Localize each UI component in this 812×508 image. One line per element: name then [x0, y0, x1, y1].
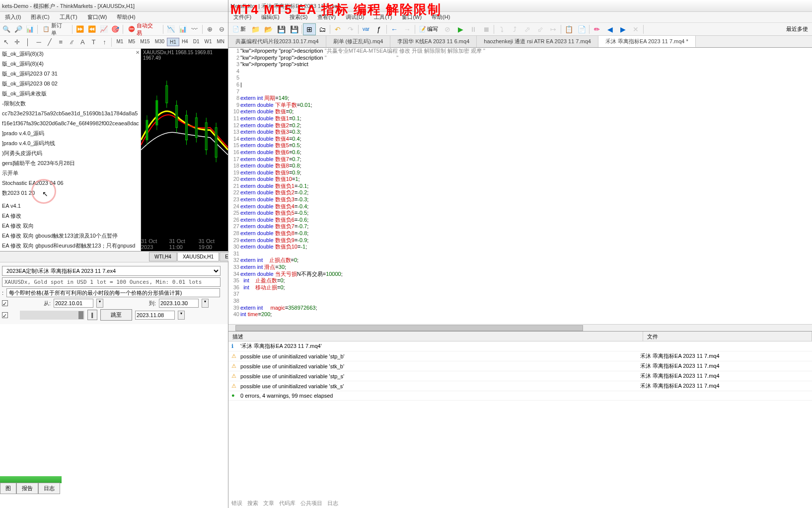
zoom-out-icon[interactable]: 🔎	[13, 24, 24, 35]
zoom-plus-icon[interactable]: ⊕	[205, 24, 216, 35]
tf-MN[interactable]: MN	[214, 38, 227, 46]
label-icon[interactable]: T	[88, 37, 98, 48]
compile-stop-icon[interactable]: ⊘	[441, 23, 454, 35]
trend-icon[interactable]: ╱	[45, 37, 55, 48]
redo-icon[interactable]: ↷	[344, 23, 357, 35]
btab-search[interactable]: 搜索	[247, 500, 258, 507]
navigator-list[interactable]: ✕ 版_ok_源码(8)(3)版_ok_源码(8)(4)版_ok_源码2023 …	[0, 49, 141, 251]
text-icon[interactable]: A	[77, 37, 87, 48]
nav-item[interactable]: EA 修改 双向 gbpusd和eurusd都触发123都10个点暂停的	[0, 251, 141, 251]
window-icon[interactable]: ⊞	[303, 23, 316, 35]
close-icon[interactable]: ✕	[136, 50, 140, 55]
tab-file4[interactable]: haozhenkeji 通道 rsi ATR EA 2023 11 7.mq4	[477, 36, 598, 47]
error-row[interactable]: ●0 errors, 4 warnings, 99 msec elapsed	[228, 391, 812, 401]
nav-item[interactable]: EA 修改 双向 gbpusd和eurusd都触发123；只有gnpusd	[0, 241, 141, 251]
jump-date-input[interactable]	[135, 311, 175, 320]
btab-report[interactable]: 报告	[16, 483, 38, 494]
saveall-icon[interactable]: 💾	[288, 23, 300, 35]
tab-file5[interactable]: 禾沐 乖离指标EA 2023 11 7.mq4 *	[598, 36, 696, 47]
bookmark-next-icon[interactable]: ▶	[616, 23, 629, 35]
nav-item[interactable]: f16e1f367fa39c3020d6a8c74e_66f49982f002c…	[0, 118, 141, 128]
bookmark-clear-icon[interactable]: ✕	[629, 23, 642, 35]
tester-ea-select[interactable]: 2023EA定制\禾沐 乖离指标EA 2023 11 7.ex4	[2, 266, 221, 276]
tf-M1[interactable]: M1	[114, 38, 126, 46]
error-row[interactable]: ⚠possible use of uninitialized variable …	[228, 361, 812, 371]
bookmark-prev-icon[interactable]: ◀	[603, 23, 616, 35]
tf-M30[interactable]: M30	[152, 38, 167, 46]
tab-xauusd[interactable]: XAUUSDx,H1	[177, 252, 219, 261]
nav-item[interactable]: 版_ok_源码2023 08 02	[0, 79, 141, 88]
date-checkbox[interactable]: ✓	[2, 300, 8, 306]
new-order-button[interactable]: 📋 新订单	[40, 22, 70, 37]
nav-item[interactable]: 示开单	[0, 168, 141, 178]
btab-errors[interactable]: 错误	[231, 500, 242, 507]
candles-icon[interactable]: 📊	[24, 24, 35, 35]
btab-articles[interactable]: 文章	[263, 500, 274, 507]
step1-icon[interactable]: ⤵	[495, 23, 508, 35]
step4-icon[interactable]: ⬃	[534, 23, 547, 35]
hscrollbar[interactable]	[228, 324, 812, 331]
tester-symbol-input[interactable]	[2, 277, 221, 287]
func-icon[interactable]: ƒ	[372, 23, 385, 35]
to-date-input[interactable]	[159, 299, 199, 308]
run-icon[interactable]: ▶	[454, 23, 467, 35]
btab-codebase[interactable]: 代码库	[279, 500, 295, 507]
nav-icon[interactable]: 🗂	[316, 23, 329, 35]
nav-item[interactable]: 版_ok_源码未改版	[0, 88, 141, 98]
btab-log[interactable]: 日志	[327, 500, 338, 507]
nav-item[interactable]: cc7b23e29321a75a92cb5ae31d_51690b13a1784…	[0, 108, 141, 118]
jump-date-spinner[interactable]: ▾	[178, 311, 185, 320]
err-col-file[interactable]: 文件	[643, 332, 812, 341]
shift-icon[interactable]: ⏪	[86, 24, 97, 35]
menu-tools[interactable]: 工具(T)	[55, 12, 82, 22]
tab-file1[interactable]: 共赢编程代码片段2023.10.17.mq4	[228, 36, 326, 47]
step3-icon[interactable]: ⬀	[521, 23, 534, 35]
crosshair-icon[interactable]: ✛	[12, 37, 22, 48]
error-row[interactable]: ⚠possible use of uninitialized variable …	[228, 381, 812, 391]
btab-public[interactable]: 公共项目	[300, 500, 322, 507]
paste-icon[interactable]: 📄	[575, 23, 588, 35]
error-row[interactable]: ⚠possible use of uninitialized variable …	[228, 371, 812, 381]
nav-item[interactable]: ]prado v.4.0_源码均线	[0, 138, 141, 148]
nav-item[interactable]: )阿勇头皮源代码	[0, 148, 141, 158]
tf-W1[interactable]: W1	[202, 38, 214, 46]
nav-item[interactable]: EA 修改	[0, 211, 141, 221]
forward-icon[interactable]: →	[401, 23, 414, 35]
error-row[interactable]: ℹ'禾沐 乖离指标EA 2023 11 7.mq4'	[228, 341, 812, 351]
nav-item[interactable]: EA 修改 双向 gbousd触发123波浪及10个点暂停	[0, 231, 141, 241]
nav-item[interactable]: 版_ok_源码(8)(3)	[0, 49, 141, 59]
menu-window[interactable]: 窗口(W)	[82, 12, 112, 22]
btab-chart[interactable]: 图	[0, 483, 16, 494]
speed-slider[interactable]	[20, 311, 84, 320]
back-icon[interactable]: ←	[388, 23, 401, 35]
zoom-in-icon[interactable]: 🔍	[1, 24, 12, 35]
chart-type3-icon[interactable]: 〰	[189, 24, 200, 35]
nav-item[interactable]: EA v4.1	[0, 201, 141, 211]
stop-icon[interactable]: ⏹	[480, 23, 493, 35]
nav-item[interactable]: 版_ok_源码(8)(4)	[0, 59, 141, 69]
marker-icon[interactable]: ✏	[591, 23, 603, 35]
pause-icon[interactable]: ⏸	[467, 23, 480, 35]
menu-insert[interactable]: 插入(I)	[0, 12, 26, 22]
tf-M15[interactable]: M15	[138, 38, 152, 46]
auto-trade-button[interactable]: ⛔ 自动交易	[125, 22, 161, 37]
btab-log[interactable]: 日志	[38, 483, 60, 494]
cursor-icon[interactable]: ↖	[1, 37, 11, 48]
copy-icon[interactable]: 📋	[562, 23, 575, 35]
undo-icon[interactable]: ↶	[331, 23, 344, 35]
tab-file3[interactable]: 李国华 K线EA 2023 11 6.mq4	[390, 36, 477, 47]
open-icon[interactable]: 📁	[249, 23, 262, 35]
hline-icon[interactable]: ─	[34, 37, 44, 48]
step5-icon[interactable]: ↦	[547, 23, 560, 35]
tf-H4[interactable]: H4	[179, 38, 191, 46]
nav-item[interactable]: Stochastic EA2023 04 06	[0, 178, 141, 188]
arrow-icon[interactable]: ↑	[99, 37, 109, 48]
tf-D1[interactable]: D1	[191, 38, 202, 46]
chart-panel[interactable]: XAUUSDx,H1 1968.15 1969.81 1967.49	[141, 49, 228, 251]
from-date-input[interactable]	[54, 299, 93, 308]
scroll-icon[interactable]: ⏩	[74, 24, 85, 35]
jump-button[interactable]: 跳至	[100, 309, 132, 321]
pause-button[interactable]: ‖	[87, 310, 97, 320]
channel-icon[interactable]: ≡	[56, 37, 66, 48]
to-date-spinner[interactable]: ▾	[202, 299, 209, 308]
